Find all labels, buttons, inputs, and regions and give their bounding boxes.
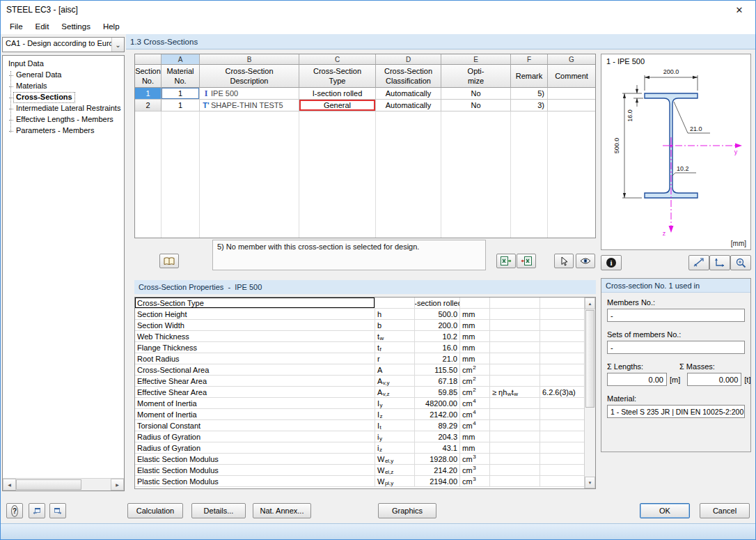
property-condition[interactable] — [490, 454, 540, 465]
menu-help[interactable]: Help — [97, 21, 126, 32]
property-symbol[interactable]: Iy — [375, 398, 415, 409]
optimize-cell[interactable]: No — [441, 88, 511, 100]
property-name[interactable]: Radius of Gyration — [135, 431, 375, 442]
property-unit[interactable] — [460, 298, 490, 309]
scroll-thumb[interactable] — [16, 479, 81, 490]
row-header[interactable]: 2 — [135, 100, 162, 111]
property-value[interactable]: 59.85 — [415, 387, 460, 398]
property-symbol[interactable]: A — [375, 364, 415, 376]
nav-item-input-data[interactable]: Input Data — [7, 59, 123, 70]
property-unit[interactable]: cm3 — [460, 476, 490, 487]
sum-lengths-field[interactable]: 0.00 — [607, 373, 667, 386]
column-letter-g[interactable]: G — [548, 54, 595, 65]
description-cell[interactable]: T'SHAPE-THIN TEST5 — [200, 100, 299, 111]
property-value[interactable]: 89.29 — [415, 420, 460, 431]
design-case-value[interactable]: CA1 - Design according to Euro — [3, 38, 111, 52]
property-symbol[interactable]: tf — [375, 342, 415, 353]
import-excel-button[interactable] — [517, 254, 536, 268]
next-window-button[interactable] — [49, 503, 66, 518]
export-excel-button[interactable] — [496, 254, 516, 268]
property-value[interactable]: 10.2 — [415, 331, 460, 342]
property-unit[interactable]: mm — [460, 320, 490, 331]
column-letter-e[interactable]: E — [441, 54, 511, 65]
type-cell[interactable]: General — [299, 100, 376, 111]
remark-cell[interactable]: 5) — [511, 88, 548, 100]
classification-cell[interactable]: Automatically — [376, 100, 441, 111]
property-condition[interactable] — [490, 376, 540, 387]
library-button[interactable] — [159, 254, 179, 268]
property-name[interactable]: Web Thickness — [135, 331, 375, 342]
scroll-up-icon[interactable]: ▲ — [585, 298, 595, 309]
scroll-right-icon[interactable]: ▶ — [111, 479, 124, 491]
property-value[interactable]: 115.50 — [415, 364, 460, 376]
info-button[interactable]: i — [601, 255, 622, 270]
property-symbol[interactable]: h — [375, 309, 415, 320]
property-symbol[interactable]: Av,z — [375, 387, 415, 398]
pick-in-graphic-button[interactable] — [554, 254, 574, 268]
property-symbol[interactable] — [375, 298, 415, 309]
property-condition[interactable] — [490, 353, 540, 364]
property-name[interactable]: Moment of Inertia — [135, 409, 375, 420]
ok-button[interactable]: OK — [640, 503, 690, 518]
property-unit[interactable]: cm3 — [460, 465, 490, 476]
property-symbol[interactable]: Wpl,y — [375, 476, 415, 487]
cancel-button[interactable]: Cancel — [700, 503, 750, 518]
property-symbol[interactable]: Wel,z — [375, 465, 415, 476]
property-condition[interactable] — [490, 420, 540, 431]
property-condition[interactable] — [490, 309, 540, 320]
sum-masses-field[interactable]: 0.000 — [687, 373, 741, 386]
scroll-track[interactable] — [585, 408, 595, 477]
menu-edit[interactable]: Edit — [29, 21, 56, 32]
row-header[interactable]: 1 — [135, 88, 162, 100]
chevron-down-icon[interactable]: ⌄ — [111, 38, 124, 52]
column-letter-f[interactable]: F — [511, 54, 548, 65]
description-cell[interactable]: IIPE 500 — [200, 88, 299, 100]
optimize-cell[interactable]: No — [441, 100, 511, 111]
help-button[interactable]: ? — [6, 503, 23, 518]
property-reference[interactable] — [540, 298, 584, 309]
property-name[interactable]: Plastic Section Modulus — [135, 476, 375, 487]
property-condition[interactable] — [490, 298, 540, 309]
property-unit[interactable]: cm3 — [460, 454, 490, 465]
property-value[interactable]: 500.0 — [415, 309, 460, 320]
property-symbol[interactable]: tw — [375, 331, 415, 342]
property-name[interactable]: Elastic Section Modulus — [135, 465, 375, 476]
close-icon[interactable]: ✕ — [730, 3, 748, 17]
property-condition[interactable] — [490, 320, 540, 331]
sets-of-members-field[interactable]: - — [607, 341, 745, 354]
nav-item-cross-sections[interactable]: Cross-Sections — [13, 92, 75, 103]
property-unit[interactable]: cm4 — [460, 420, 490, 431]
nav-item-effective-lengths-members[interactable]: Effective Lengths - Members — [13, 114, 123, 125]
property-reference[interactable] — [540, 342, 584, 353]
property-reference[interactable] — [540, 398, 584, 409]
view-button[interactable] — [576, 254, 595, 268]
property-condition[interactable] — [490, 342, 540, 353]
property-value[interactable]: 43.1 — [415, 442, 460, 454]
property-name[interactable]: Radius of Gyration — [135, 442, 375, 454]
property-name[interactable]: Cross-Sectional Area — [135, 364, 375, 376]
scroll-thumb[interactable] — [585, 310, 594, 408]
property-symbol[interactable]: Av,y — [375, 376, 415, 387]
property-value[interactable]: 200.0 — [415, 320, 460, 331]
property-reference[interactable] — [540, 376, 584, 387]
property-symbol[interactable]: Iz — [375, 409, 415, 420]
nav-item-general-data[interactable]: General Data — [13, 70, 123, 81]
previous-window-button[interactable] — [29, 503, 45, 518]
property-value[interactable]: 21.0 — [415, 353, 460, 364]
property-condition[interactable] — [490, 465, 540, 476]
property-unit[interactable]: mm — [460, 353, 490, 364]
column-letter-b[interactable]: B — [200, 54, 299, 65]
property-unit[interactable]: cm2 — [460, 364, 490, 376]
scroll-down-icon[interactable]: ▼ — [585, 477, 595, 488]
property-reference[interactable]: 6.2.6(3)a) — [540, 387, 584, 398]
zoom-button[interactable] — [730, 255, 751, 270]
property-value[interactable]: 2142.00 — [415, 409, 460, 420]
nav-item-parameters-members[interactable]: Parameters - Members — [13, 125, 123, 137]
property-unit[interactable]: mm — [460, 309, 490, 320]
property-condition[interactable] — [490, 442, 540, 454]
design-case-combobox[interactable]: CA1 - Design according to Euro ⌄ — [2, 37, 125, 52]
property-reference[interactable] — [540, 364, 584, 376]
type-cell[interactable]: I-section rolled — [299, 88, 376, 100]
property-reference[interactable] — [540, 465, 584, 476]
property-unit[interactable]: cm2 — [460, 387, 490, 398]
